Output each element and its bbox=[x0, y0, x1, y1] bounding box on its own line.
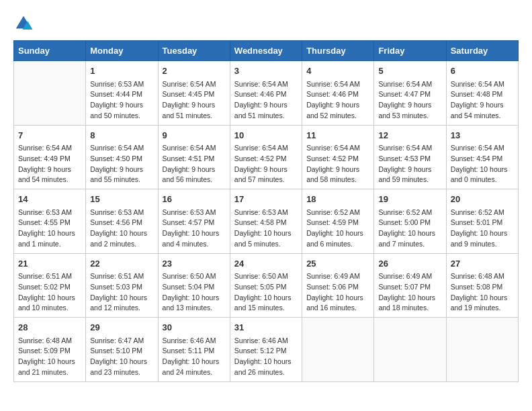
calendar-day-cell: 28Sunrise: 6:48 AMSunset: 5:09 PMDayligh… bbox=[14, 318, 86, 382]
day-number: 2 bbox=[163, 64, 226, 78]
calendar-week-row: 14Sunrise: 6:53 AMSunset: 4:55 PMDayligh… bbox=[14, 189, 519, 254]
day-number: 26 bbox=[378, 257, 441, 271]
day-detail: Sunrise: 6:54 AMSunset: 4:50 PMDaylight:… bbox=[90, 143, 153, 185]
day-detail: Sunrise: 6:51 AMSunset: 5:02 PMDaylight:… bbox=[18, 271, 81, 314]
calendar-day-cell: 9Sunrise: 6:54 AMSunset: 4:51 PMDaylight… bbox=[158, 125, 230, 189]
calendar-day-cell: 11Sunrise: 6:54 AMSunset: 4:52 PMDayligh… bbox=[302, 125, 374, 189]
day-number: 5 bbox=[378, 64, 441, 78]
calendar-table: SundayMondayTuesdayWednesdayThursdayFrid… bbox=[13, 40, 519, 382]
calendar-day-cell bbox=[302, 318, 374, 382]
page-header bbox=[13, 13, 519, 34]
day-detail: Sunrise: 6:49 AMSunset: 5:06 PMDaylight:… bbox=[306, 271, 369, 314]
day-detail: Sunrise: 6:52 AMSunset: 5:00 PMDaylight:… bbox=[378, 208, 441, 250]
calendar-week-row: 1Sunrise: 6:53 AMSunset: 4:44 PMDaylight… bbox=[14, 61, 519, 126]
day-of-week-header: Sunday bbox=[14, 41, 86, 61]
calendar-day-cell: 2Sunrise: 6:54 AMSunset: 4:45 PMDaylight… bbox=[158, 61, 230, 126]
calendar-header: SundayMondayTuesdayWednesdayThursdayFrid… bbox=[14, 41, 519, 61]
calendar-week-row: 28Sunrise: 6:48 AMSunset: 5:09 PMDayligh… bbox=[14, 318, 519, 382]
day-detail: Sunrise: 6:47 AMSunset: 5:10 PMDaylight:… bbox=[90, 336, 153, 378]
calendar-day-cell: 8Sunrise: 6:54 AMSunset: 4:50 PMDaylight… bbox=[86, 125, 158, 189]
day-detail: Sunrise: 6:54 AMSunset: 4:46 PMDaylight:… bbox=[306, 79, 369, 122]
calendar-day-cell: 6Sunrise: 6:54 AMSunset: 4:48 PMDaylight… bbox=[446, 61, 518, 126]
day-detail: Sunrise: 6:54 AMSunset: 4:47 PMDaylight:… bbox=[378, 79, 441, 122]
day-number: 28 bbox=[18, 321, 81, 334]
day-detail: Sunrise: 6:53 AMSunset: 4:44 PMDaylight:… bbox=[90, 79, 153, 122]
calendar-week-row: 21Sunrise: 6:51 AMSunset: 5:02 PMDayligh… bbox=[14, 253, 519, 318]
calendar-day-cell: 31Sunrise: 6:46 AMSunset: 5:12 PMDayligh… bbox=[230, 318, 302, 382]
day-detail: Sunrise: 6:54 AMSunset: 4:46 PMDaylight:… bbox=[234, 79, 298, 122]
calendar-day-cell: 20Sunrise: 6:52 AMSunset: 5:01 PMDayligh… bbox=[446, 189, 518, 254]
day-detail: Sunrise: 6:52 AMSunset: 5:01 PMDaylight:… bbox=[451, 208, 514, 250]
day-number: 12 bbox=[378, 129, 441, 142]
day-of-week-header: Saturday bbox=[446, 41, 518, 61]
day-number: 14 bbox=[18, 193, 81, 206]
day-detail: Sunrise: 6:51 AMSunset: 5:03 PMDaylight:… bbox=[90, 271, 153, 314]
day-number: 25 bbox=[306, 257, 369, 271]
day-of-week-header: Thursday bbox=[302, 41, 374, 61]
logo-icon bbox=[13, 13, 34, 34]
calendar-day-cell: 14Sunrise: 6:53 AMSunset: 4:55 PMDayligh… bbox=[14, 189, 86, 254]
calendar-day-cell: 3Sunrise: 6:54 AMSunset: 4:46 PMDaylight… bbox=[230, 61, 302, 126]
day-detail: Sunrise: 6:46 AMSunset: 5:12 PMDaylight:… bbox=[234, 336, 298, 378]
day-of-week-header: Wednesday bbox=[230, 41, 302, 61]
day-number: 29 bbox=[90, 321, 153, 334]
day-detail: Sunrise: 6:46 AMSunset: 5:11 PMDaylight:… bbox=[163, 336, 226, 378]
day-detail: Sunrise: 6:49 AMSunset: 5:07 PMDaylight:… bbox=[378, 271, 441, 314]
calendar-day-cell bbox=[14, 61, 86, 126]
calendar-day-cell: 5Sunrise: 6:54 AMSunset: 4:47 PMDaylight… bbox=[374, 61, 446, 126]
calendar-day-cell: 23Sunrise: 6:50 AMSunset: 5:04 PMDayligh… bbox=[158, 253, 230, 318]
day-number: 20 bbox=[451, 193, 514, 206]
day-number: 7 bbox=[18, 129, 81, 142]
header-row: SundayMondayTuesdayWednesdayThursdayFrid… bbox=[14, 41, 519, 61]
day-detail: Sunrise: 6:53 AMSunset: 4:56 PMDaylight:… bbox=[90, 208, 153, 250]
calendar-day-cell: 7Sunrise: 6:54 AMSunset: 4:49 PMDaylight… bbox=[14, 125, 86, 189]
calendar-day-cell: 12Sunrise: 6:54 AMSunset: 4:53 PMDayligh… bbox=[374, 125, 446, 189]
day-number: 18 bbox=[306, 193, 369, 206]
calendar-day-cell: 18Sunrise: 6:52 AMSunset: 4:59 PMDayligh… bbox=[302, 189, 374, 254]
calendar-day-cell: 19Sunrise: 6:52 AMSunset: 5:00 PMDayligh… bbox=[374, 189, 446, 254]
day-number: 4 bbox=[306, 64, 369, 78]
day-number: 10 bbox=[234, 129, 298, 142]
day-detail: Sunrise: 6:54 AMSunset: 4:52 PMDaylight:… bbox=[306, 143, 369, 185]
calendar-day-cell bbox=[374, 318, 446, 382]
calendar-day-cell: 13Sunrise: 6:54 AMSunset: 4:54 PMDayligh… bbox=[446, 125, 518, 189]
day-number: 24 bbox=[234, 257, 298, 271]
calendar-day-cell: 17Sunrise: 6:53 AMSunset: 4:58 PMDayligh… bbox=[230, 189, 302, 254]
day-number: 31 bbox=[234, 321, 298, 334]
logo bbox=[13, 13, 36, 34]
day-detail: Sunrise: 6:52 AMSunset: 4:59 PMDaylight:… bbox=[306, 208, 369, 250]
calendar-day-cell: 15Sunrise: 6:53 AMSunset: 4:56 PMDayligh… bbox=[86, 189, 158, 254]
day-number: 23 bbox=[163, 257, 226, 271]
calendar-day-cell: 22Sunrise: 6:51 AMSunset: 5:03 PMDayligh… bbox=[86, 253, 158, 318]
calendar-day-cell: 29Sunrise: 6:47 AMSunset: 5:10 PMDayligh… bbox=[86, 318, 158, 382]
day-detail: Sunrise: 6:53 AMSunset: 4:55 PMDaylight:… bbox=[18, 208, 81, 250]
calendar-day-cell: 25Sunrise: 6:49 AMSunset: 5:06 PMDayligh… bbox=[302, 253, 374, 318]
calendar-day-cell: 21Sunrise: 6:51 AMSunset: 5:02 PMDayligh… bbox=[14, 253, 86, 318]
day-detail: Sunrise: 6:54 AMSunset: 4:49 PMDaylight:… bbox=[18, 143, 81, 185]
day-detail: Sunrise: 6:54 AMSunset: 4:51 PMDaylight:… bbox=[163, 143, 226, 185]
calendar-day-cell: 24Sunrise: 6:50 AMSunset: 5:05 PMDayligh… bbox=[230, 253, 302, 318]
calendar-day-cell: 1Sunrise: 6:53 AMSunset: 4:44 PMDaylight… bbox=[86, 61, 158, 126]
day-detail: Sunrise: 6:54 AMSunset: 4:53 PMDaylight:… bbox=[378, 143, 441, 185]
day-number: 1 bbox=[90, 64, 153, 78]
day-detail: Sunrise: 6:48 AMSunset: 5:08 PMDaylight:… bbox=[451, 271, 514, 314]
day-number: 30 bbox=[163, 321, 226, 334]
calendar-day-cell: 4Sunrise: 6:54 AMSunset: 4:46 PMDaylight… bbox=[302, 61, 374, 126]
day-number: 15 bbox=[90, 193, 153, 206]
day-of-week-header: Friday bbox=[374, 41, 446, 61]
day-detail: Sunrise: 6:54 AMSunset: 4:45 PMDaylight:… bbox=[163, 79, 226, 122]
day-number: 16 bbox=[163, 193, 226, 206]
calendar-day-cell: 27Sunrise: 6:48 AMSunset: 5:08 PMDayligh… bbox=[446, 253, 518, 318]
calendar-day-cell: 26Sunrise: 6:49 AMSunset: 5:07 PMDayligh… bbox=[374, 253, 446, 318]
day-detail: Sunrise: 6:50 AMSunset: 5:05 PMDaylight:… bbox=[234, 271, 298, 314]
day-number: 22 bbox=[90, 257, 153, 271]
day-detail: Sunrise: 6:54 AMSunset: 4:54 PMDaylight:… bbox=[451, 143, 514, 185]
day-detail: Sunrise: 6:53 AMSunset: 4:58 PMDaylight:… bbox=[234, 208, 298, 250]
day-number: 3 bbox=[234, 64, 298, 78]
calendar-body: 1Sunrise: 6:53 AMSunset: 4:44 PMDaylight… bbox=[14, 61, 519, 382]
day-number: 13 bbox=[451, 129, 514, 142]
calendar-day-cell bbox=[446, 318, 518, 382]
day-number: 6 bbox=[451, 64, 514, 78]
day-number: 27 bbox=[451, 257, 514, 271]
calendar-day-cell: 16Sunrise: 6:53 AMSunset: 4:57 PMDayligh… bbox=[158, 189, 230, 254]
